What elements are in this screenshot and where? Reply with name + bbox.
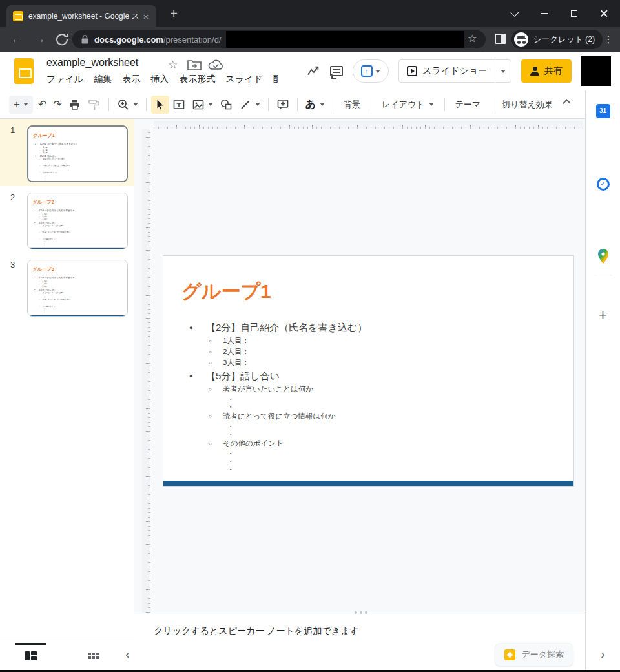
maps-icon[interactable] [597, 249, 609, 264]
menu-view[interactable]: 表示 [117, 72, 145, 87]
bookmark-star-icon[interactable]: ☆ [468, 32, 477, 45]
menu-bar: ファイル編集表示挿入表示形式スライド配置 [41, 72, 279, 88]
insert-shape-icon[interactable] [216, 96, 236, 114]
side-panel-rail: 31 ✓ + › [585, 90, 620, 672]
toolbar-collapse-icon[interactable] [563, 99, 571, 107]
filmstrip-slide-1[interactable]: 1 グループ1 ●【2分】自己紹介（氏名を書き込む）○1人目：○2人目：○3人目… [0, 119, 134, 186]
lock-icon[interactable] [81, 35, 88, 44]
layout-button[interactable]: レイアウト [376, 96, 440, 114]
input-tools-button[interactable]: あ [302, 96, 328, 114]
star-document-icon[interactable]: ☆ [168, 58, 178, 72]
undo-icon[interactable]: ↶ [35, 96, 50, 114]
slide-filmstrip: 1 グループ1 ●【2分】自己紹介（氏名を書き込む）○1人目：○2人目：○3人目… [0, 119, 134, 640]
tab-search-icon[interactable] [500, 0, 530, 27]
thumb-slide-title: グループ1 [33, 132, 128, 139]
move-folder-icon[interactable] [187, 59, 202, 70]
tasks-icon[interactable]: ✓ [597, 178, 610, 191]
filmstrip-slide-2[interactable]: 2 グループ2 ●【2分】自己紹介（氏名を書き込む）○1人目：○2人目：○3人目… [0, 186, 134, 253]
forward-icon[interactable]: → [32, 32, 48, 47]
side-panel-icon[interactable] [495, 34, 506, 44]
slide-number: 1 [10, 125, 15, 135]
slide-thumbnail[interactable]: グループ3 ●【2分】自己紹介（氏名を書き込む）○1人目：○2人目：○3人目：●… [27, 260, 128, 317]
tab-title: example_worksheet - Google スラ [28, 11, 140, 22]
slides-logo-icon[interactable] [14, 58, 34, 84]
cloud-status-icon[interactable] [208, 59, 223, 70]
slide-accent-bar [28, 248, 127, 249]
paint-format-icon[interactable] [85, 96, 104, 114]
new-tab-button[interactable]: + [165, 6, 182, 23]
header-actions: ↑ スライドショー 共有 [278, 52, 620, 90]
menu-slide[interactable]: スライド [220, 72, 267, 87]
new-slide-button[interactable]: + [9, 96, 33, 114]
expand-panel-icon[interactable]: › [601, 647, 605, 662]
horizontal-ruler [154, 121, 583, 129]
theme-button[interactable]: テーマ [450, 96, 487, 114]
slides-favicon-icon [13, 11, 23, 21]
view-switcher-bar: ‹ [0, 640, 134, 672]
menu-format[interactable]: 表示形式 [174, 72, 220, 87]
transition-button[interactable]: 切り替え効果 [496, 96, 559, 114]
active-view-indicator [16, 643, 46, 645]
slide-accent-bar [28, 182, 128, 182]
reload-icon[interactable] [54, 32, 70, 47]
filmstrip-slide-3[interactable]: 3 グループ3 ●【2分】自己紹介（氏名を書き込む）○1人目：○2人目：○3人目… [0, 253, 134, 320]
url-path: /presentation/d/ [163, 35, 222, 45]
url-bar[interactable]: docs.google.com /presentation/d/ ☆ [72, 30, 486, 48]
insert-line-icon[interactable] [236, 96, 264, 114]
slide-accent-bar [163, 481, 574, 486]
comment-history-icon[interactable] [330, 66, 343, 76]
window-minimize-button[interactable] [530, 0, 559, 27]
slide-title[interactable]: グループ1 [181, 278, 574, 305]
back-icon[interactable]: ← [9, 32, 25, 47]
menu-edit[interactable]: 編集 [88, 72, 117, 87]
background-button[interactable]: 背景 [338, 96, 366, 114]
present-caret-icon [375, 70, 380, 73]
slideshow-options-button[interactable] [495, 59, 512, 83]
select-tool-icon[interactable] [151, 96, 169, 114]
browser-toolbar: ← → docs.google.com /presentation/d/ ☆ シ… [0, 27, 620, 52]
speaker-notes-placeholder[interactable]: クリックするとスピーカー ノートを追加できます [154, 625, 358, 637]
notes-resize-handle[interactable] [360, 611, 362, 614]
thumb-slide-title: グループ2 [32, 199, 128, 205]
slide-number: 3 [10, 260, 15, 269]
collapse-filmstrip-icon[interactable]: ‹ [125, 647, 130, 662]
present-to-meeting-button[interactable]: ↑ [353, 59, 389, 83]
redo-icon[interactable]: ↷ [50, 96, 65, 114]
tab-close-icon[interactable]: × [141, 12, 151, 21]
window-close-button[interactable] [589, 0, 619, 27]
explore-icon [504, 649, 515, 660]
calendar-icon[interactable]: 31 [596, 104, 610, 118]
window-maximize-button[interactable] [559, 0, 589, 27]
menu-file[interactable]: ファイル [41, 72, 88, 87]
insert-comment-icon[interactable] [273, 96, 293, 114]
url-host: docs.google.com [94, 35, 163, 45]
browser-tab[interactable]: example_worksheet - Google スラ × [6, 5, 156, 27]
textbox-tool-icon[interactable] [169, 96, 189, 114]
slide-body-text[interactable]: ●【2分】自己紹介（氏名を書き込む）○1人目：○2人目：○3人目：●【5分】話し… [163, 320, 574, 474]
incognito-badge[interactable]: シークレット (2) [512, 30, 603, 49]
browser-menu-icon[interactable]: ⋮ [601, 32, 616, 47]
current-slide[interactable]: グループ1 ●【2分】自己紹介（氏名を書き込む）○1人目：○2人目：○3人目：●… [163, 255, 574, 487]
explore-button[interactable]: データ探索 [495, 643, 574, 666]
incognito-icon [514, 32, 528, 47]
slide-thumbnail[interactable]: グループ2 ●【2分】自己紹介（氏名を書き込む）○1人目：○2人目：○3人目：●… [27, 193, 128, 249]
document-title[interactable]: example_worksheet [46, 57, 138, 68]
vertical-ruler [142, 129, 150, 613]
account-avatar[interactable] [581, 56, 611, 86]
share-button[interactable]: 共有 [521, 59, 572, 83]
tab-strip: example_worksheet - Google スラ × + [0, 0, 620, 27]
slideshow-button[interactable]: スライドショー [398, 59, 495, 83]
filmstrip-view-icon[interactable] [25, 651, 37, 660]
print-icon[interactable] [65, 96, 85, 114]
slide-accent-bar [28, 315, 127, 317]
grid-view-icon[interactable] [88, 653, 91, 655]
slide-thumbnail[interactable]: グループ1 ●【2分】自己紹介（氏名を書き込む）○1人目：○2人目：○3人目：●… [27, 125, 128, 182]
zoom-icon[interactable] [114, 96, 141, 114]
menu-insert[interactable]: 挿入 [145, 72, 174, 87]
slide-number: 2 [10, 193, 15, 202]
speaker-notes-panel[interactable]: クリックするとスピーカー ノートを追加できます データ探索 [134, 614, 585, 672]
add-addon-icon[interactable]: + [599, 307, 607, 324]
rail-divider [595, 277, 612, 277]
insert-image-icon[interactable] [189, 96, 216, 114]
activity-icon[interactable] [306, 64, 320, 78]
